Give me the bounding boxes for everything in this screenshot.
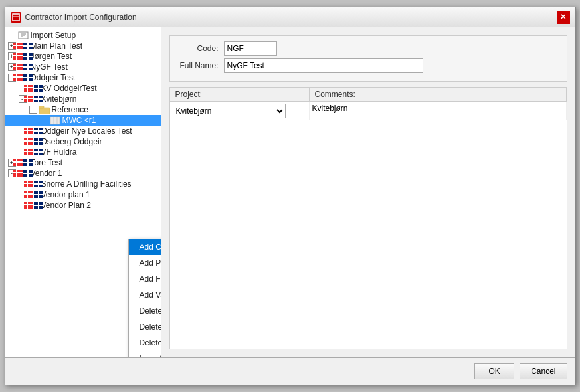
right-panel: Code: Full Name: Project: Comments: Kvit… bbox=[161, 27, 575, 357]
main-window: Contractor Import Configuration ✕ Import… bbox=[5, 7, 576, 385]
oseberg-label: Oseberg Oddgeir bbox=[41, 137, 102, 146]
main-plan-label: Main Plan Test bbox=[31, 41, 83, 50]
tree-item-oddgeir-test[interactable]: - Oddgeir Test bbox=[5, 72, 161, 83]
reference-label: Reference bbox=[52, 105, 88, 114]
vendor1-flag-icon bbox=[18, 169, 29, 178]
tree-item-oseberg[interactable]: Oseberg Oddgeir bbox=[5, 136, 161, 147]
nygf-label: NyGF Test bbox=[31, 62, 68, 72]
tree-item-mwc-r1[interactable]: MWC <r1 bbox=[5, 115, 161, 126]
context-menu-item-add-value[interactable]: Add Value bbox=[129, 287, 161, 303]
comments-value: Kvitebjørn bbox=[312, 104, 348, 113]
tree-item-main-plan-test[interactable]: + Main Plan Test bbox=[5, 41, 161, 51]
ok-button[interactable]: OK bbox=[474, 363, 514, 379]
project-table: Project: Comments: Kvitebjørn Kvitebjørn bbox=[169, 87, 567, 349]
bottom-bar: OK Cancel bbox=[5, 357, 575, 385]
svg-rect-7 bbox=[39, 106, 44, 108]
main-plan-flag-icon bbox=[18, 41, 29, 50]
project-col-header: Project: bbox=[170, 88, 310, 101]
import-setup-icon bbox=[18, 31, 29, 40]
code-row: Code: bbox=[175, 41, 561, 56]
oddgeir-nye-flag-icon bbox=[29, 126, 39, 136]
tree-item-vendor-plan-1[interactable]: Vendor plan 1 bbox=[5, 189, 161, 200]
left-panel: Import Setup + Main Plan Test + Jørgen T… bbox=[5, 27, 161, 357]
title-bar-left: Contractor Import Configuration bbox=[11, 12, 137, 23]
comments-cell: Kvitebjørn bbox=[310, 102, 567, 120]
reference-folder-icon bbox=[39, 105, 50, 114]
tore-label: Tore Test bbox=[31, 158, 62, 167]
form-section: Code: Full Name: bbox=[169, 35, 567, 82]
context-menu: Add Contractor Add Project Add Field Add… bbox=[128, 239, 161, 357]
vplan1-flag-icon bbox=[29, 190, 39, 199]
fullname-row: Full Name: bbox=[175, 58, 561, 73]
code-input[interactable] bbox=[224, 41, 277, 56]
app-icon bbox=[11, 12, 21, 23]
snorre-label: Snorre A Drilling Facilities bbox=[41, 179, 132, 189]
table-header: Project: Comments: bbox=[170, 88, 567, 102]
jorgen-flag-icon bbox=[18, 52, 29, 61]
jorgen-label: Jørgen Test bbox=[31, 52, 72, 61]
oddgeir-nye-label: Oddgeir Nye Locales Test bbox=[41, 126, 132, 136]
tree-item-snorre-a[interactable]: Snorre A Drilling Facilities bbox=[5, 179, 161, 189]
kvite-label: Kvitebjørn bbox=[41, 94, 77, 104]
kv-label: KV OddgeirTest bbox=[41, 84, 97, 93]
context-menu-item-delete-contractor[interactable]: Delete Contractor bbox=[129, 303, 161, 319]
table-row: Kvitebjørn Kvitebjørn bbox=[170, 102, 567, 120]
vendor1-label: Vendor 1 bbox=[31, 169, 62, 178]
tree-item-jorgen-test[interactable]: + Jørgen Test bbox=[5, 51, 161, 62]
snorre-flag-icon bbox=[29, 179, 39, 189]
tree-item-nygf-test[interactable]: + NyGF Test bbox=[5, 62, 161, 72]
fullname-label: Full Name: bbox=[175, 61, 219, 70]
title-bar: Contractor Import Configuration ✕ bbox=[5, 7, 575, 27]
import-setup-label: Import Setup bbox=[31, 31, 76, 40]
kvite-flag-icon bbox=[29, 94, 39, 104]
context-menu-item-add-project[interactable]: Add Project bbox=[129, 255, 161, 271]
oseberg-flag-icon bbox=[29, 137, 39, 146]
close-button[interactable]: ✕ bbox=[557, 11, 570, 24]
tree-item-oddgeir-nye[interactable]: Oddgeir Nye Locales Test bbox=[5, 126, 161, 136]
tree-item-import-setup[interactable]: Import Setup bbox=[5, 30, 161, 41]
svg-rect-0 bbox=[13, 14, 19, 21]
tree-item-kv-oddgeir[interactable]: KV OddgeirTest bbox=[5, 83, 161, 94]
fullname-input[interactable] bbox=[224, 58, 423, 73]
context-menu-item-delete-project[interactable]: Delete Project bbox=[129, 319, 161, 335]
window-title: Contractor Import Configuration bbox=[25, 13, 137, 22]
tree-item-kvitebjorn[interactable]: - Kvitebjørn bbox=[5, 94, 161, 104]
vf-label: VF Huldra bbox=[41, 147, 77, 157]
content-area: Import Setup + Main Plan Test + Jørgen T… bbox=[5, 27, 575, 357]
comments-col-header: Comments: bbox=[310, 88, 567, 101]
vf-flag-icon bbox=[29, 147, 39, 157]
project-cell: Kvitebjørn bbox=[170, 102, 310, 120]
expand-reference[interactable]: - bbox=[29, 106, 37, 114]
oddgeir-label: Oddgeir Test bbox=[31, 73, 76, 82]
svg-rect-8 bbox=[50, 117, 60, 124]
code-label: Code: bbox=[175, 44, 219, 53]
context-menu-item-import-mapping[interactable]: Import Mapping bbox=[129, 351, 161, 357]
kv-flag-icon bbox=[29, 84, 39, 93]
vplan1-label: Vendor plan 1 bbox=[41, 190, 90, 199]
vplan2-label: Vendor Plan 2 bbox=[41, 201, 91, 210]
svg-rect-6 bbox=[39, 108, 50, 114]
context-menu-item-delete-field[interactable]: Delete Field bbox=[129, 335, 161, 351]
project-select[interactable]: Kvitebjørn bbox=[173, 104, 286, 118]
nygf-flag-icon bbox=[18, 62, 29, 72]
tree-item-vendor-plan-2[interactable]: Vendor Plan 2 bbox=[5, 200, 161, 211]
mwc-label: MWC <r1 bbox=[62, 116, 96, 125]
tore-flag-icon bbox=[18, 158, 29, 167]
oddgeir-flag-icon bbox=[18, 73, 29, 82]
mwc-table-icon bbox=[50, 116, 60, 125]
context-menu-item-add-field[interactable]: Add Field bbox=[129, 271, 161, 287]
cancel-button[interactable]: Cancel bbox=[520, 363, 567, 379]
tree-item-tore-test[interactable]: + Tore Test bbox=[5, 157, 161, 168]
context-menu-item-add-contractor[interactable]: Add Contractor bbox=[129, 239, 161, 255]
tree-item-vf-huldra[interactable]: VF Huldra bbox=[5, 147, 161, 157]
vplan2-flag-icon bbox=[29, 201, 39, 210]
tree-item-vendor-1[interactable]: - Vendor 1 bbox=[5, 168, 161, 179]
tree-item-reference[interactable]: - Reference bbox=[5, 104, 161, 115]
